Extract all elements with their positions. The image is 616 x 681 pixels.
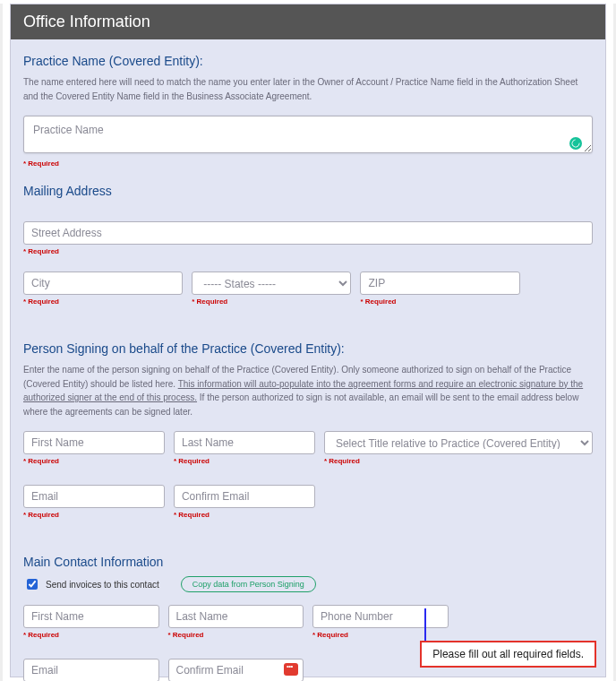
required-label: * Required bbox=[192, 297, 351, 306]
required-label: * Required bbox=[23, 297, 183, 306]
send-invoices-checkbox-label[interactable]: Send invoices to this contact bbox=[23, 576, 159, 592]
required-label: * Required bbox=[23, 631, 159, 639]
mailing-title: Mailing Address bbox=[23, 184, 593, 198]
practice-title: Practice Name (Covered Entity): bbox=[23, 54, 593, 68]
required-label: * Required bbox=[168, 631, 304, 639]
contact-email-input[interactable] bbox=[23, 659, 159, 681]
practice-name-input[interactable] bbox=[23, 116, 593, 153]
required-label: * Required bbox=[23, 457, 165, 465]
contact-title: Main Contact Information bbox=[23, 555, 593, 569]
required-label: * Required bbox=[324, 457, 593, 465]
required-label: * Required bbox=[23, 247, 593, 255]
error-callout: Please fill out all required fields. bbox=[420, 641, 596, 668]
section-header: Office Information bbox=[11, 4, 605, 39]
signer-title: Person Signing on behalf of the Practice… bbox=[23, 341, 593, 356]
required-label: * Required bbox=[174, 457, 315, 465]
required-label: * Required bbox=[174, 511, 315, 519]
signer-email-input[interactable] bbox=[23, 485, 165, 508]
contact-confirm-email-input[interactable] bbox=[168, 659, 304, 681]
grammarly-icon bbox=[569, 137, 582, 150]
state-select[interactable]: ----- States ----- bbox=[192, 272, 351, 295]
contact-last-input[interactable] bbox=[168, 605, 304, 628]
signer-title-select[interactable]: Select Title relative to Practice (Cover… bbox=[324, 431, 593, 454]
checkbox-text: Send invoices to this contact bbox=[46, 580, 159, 590]
contact-phone-input[interactable] bbox=[312, 605, 449, 628]
signer-first-input[interactable] bbox=[23, 431, 165, 454]
copy-from-signer-button[interactable]: Copy data from Person Signing bbox=[181, 576, 316, 592]
zip-input[interactable] bbox=[360, 272, 519, 295]
required-label: * Required bbox=[23, 159, 593, 168]
signer-desc: Enter the name of the person signing on … bbox=[23, 363, 593, 418]
signer-last-input[interactable] bbox=[174, 431, 315, 454]
required-label: * Required bbox=[360, 297, 519, 306]
signer-confirm-email-input[interactable] bbox=[174, 485, 315, 508]
send-invoices-checkbox[interactable] bbox=[27, 579, 38, 590]
street-input[interactable] bbox=[23, 221, 593, 245]
required-label: * Required bbox=[23, 511, 165, 519]
city-input[interactable] bbox=[23, 272, 183, 295]
contact-first-input[interactable] bbox=[23, 605, 159, 628]
practice-desc: The name entered here will need to match… bbox=[23, 75, 593, 103]
required-label: * Required bbox=[312, 631, 449, 639]
